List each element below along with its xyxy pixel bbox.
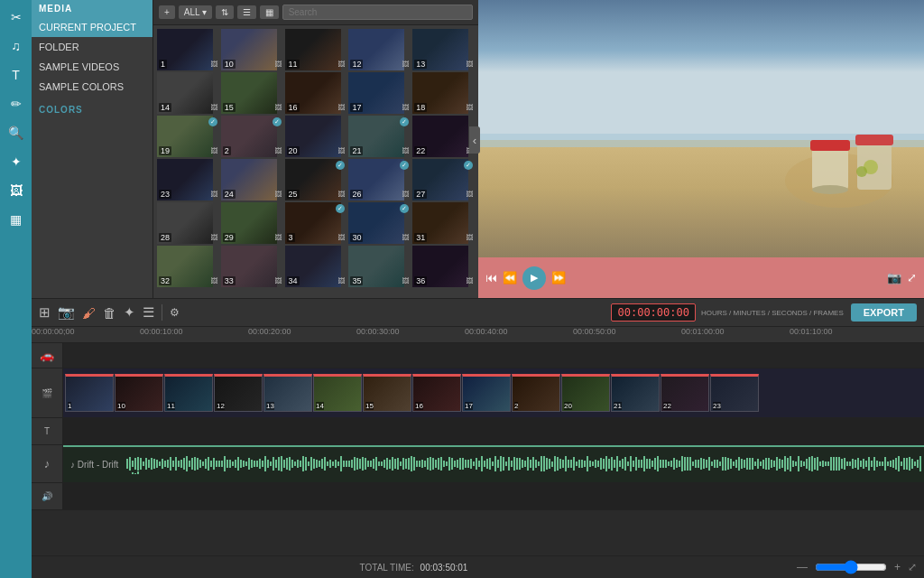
- prev-forward-button[interactable]: ⏩: [551, 271, 566, 284]
- thumbnail-item[interactable]: 19 🖼: [157, 116, 219, 157]
- video-clip[interactable]: 21: [611, 374, 660, 412]
- thumb-media-icon: 🖼: [210, 104, 217, 112]
- track-content-text: [63, 418, 924, 444]
- thumbnail-item[interactable]: 14 🖼: [157, 72, 219, 114]
- collapse-panel-button[interactable]: ‹: [469, 126, 480, 154]
- prev-back-button[interactable]: ⏪: [503, 271, 517, 284]
- color-button[interactable]: 🖌: [82, 305, 96, 321]
- add-media-button[interactable]: +: [159, 5, 175, 19]
- delete-button[interactable]: 🗑: [103, 305, 116, 321]
- thumbnail-item[interactable]: 21 🖼: [348, 116, 411, 157]
- thumbnail-item[interactable]: 13 🖼: [412, 29, 475, 70]
- fit-button[interactable]: ⤢: [908, 561, 917, 573]
- thumbnail-item[interactable]: 31 🖼: [412, 202, 475, 244]
- waveform-bar: [389, 460, 391, 469]
- waveform-bar: [833, 457, 835, 471]
- thumb-number: 16: [287, 103, 300, 112]
- zoom-out-button[interactable]: —: [797, 561, 808, 573]
- zoom-in-button[interactable]: +: [894, 561, 901, 573]
- media-item-sample-videos[interactable]: SAMPLE VIDEOS: [32, 57, 152, 77]
- thumbnail-item[interactable]: 26 🖼: [348, 159, 411, 200]
- zoom-slider[interactable]: [815, 560, 887, 574]
- tool-scissors[interactable]: ✂: [5, 5, 28, 29]
- waveform-bar: [706, 460, 707, 469]
- video-clip[interactable]: 13: [263, 374, 312, 412]
- waveform-bar: [175, 457, 177, 470]
- all-filter-button[interactable]: ALL ▾: [179, 5, 212, 19]
- prev-play-button[interactable]: ▶: [522, 266, 546, 290]
- waveform-bar: [754, 461, 756, 466]
- thumbnail-item[interactable]: 22 🖼: [412, 116, 475, 157]
- video-clip[interactable]: 10: [115, 374, 163, 412]
- thumbnail-item[interactable]: 12 🖼: [348, 29, 411, 70]
- thumb-media-icon: 🖼: [274, 61, 282, 69]
- thumbnail-item[interactable]: 34 🖼: [285, 246, 347, 287]
- video-clip[interactable]: 1: [65, 374, 114, 412]
- thumbnail-item[interactable]: 20 🖼: [285, 116, 347, 157]
- thumb-media-icon: 🖼: [402, 104, 409, 112]
- video-clip[interactable]: 22: [661, 374, 709, 412]
- thumbnail-item[interactable]: 29 🖼: [221, 202, 283, 244]
- fullscreen-button[interactable]: ⤢: [907, 271, 917, 284]
- tool-text[interactable]: T: [5, 63, 28, 87]
- search-input[interactable]: [282, 5, 473, 20]
- sort-button[interactable]: ⇅: [216, 5, 234, 19]
- thumbnail-item[interactable]: 23 🖼: [157, 159, 219, 200]
- thumbnail-item[interactable]: 10 🖼: [221, 29, 283, 70]
- thumb-number: 2: [223, 146, 231, 155]
- video-clip[interactable]: 15: [363, 374, 411, 412]
- waveform-bar: [313, 459, 315, 469]
- waveform-bar: [465, 460, 467, 467]
- video-clip[interactable]: 23: [710, 374, 759, 412]
- thumbnail-item[interactable]: 3 🖼: [285, 202, 347, 244]
- video-clip[interactable]: 2: [512, 374, 560, 412]
- thumbnail-item[interactable]: 27 🖼: [412, 159, 475, 200]
- thumbnail-item[interactable]: 35 🖼: [348, 246, 411, 287]
- thumbnail-item[interactable]: 18 🖼: [412, 72, 475, 114]
- tool-music[interactable]: ♫: [5, 34, 28, 58]
- grid-view-button[interactable]: ▦: [260, 5, 279, 19]
- prev-skip-button[interactable]: ⏮: [485, 271, 497, 284]
- tool-image[interactable]: 🖼: [5, 179, 28, 202]
- waveform-bar: [297, 460, 299, 469]
- waveform-bar: [587, 456, 588, 471]
- thumbnail-item[interactable]: 25 🖼: [285, 159, 347, 200]
- settings-button[interactable]: ⚙: [170, 306, 180, 319]
- thumbnail-item[interactable]: 30 🖼: [348, 202, 411, 244]
- list-view-button[interactable]: ☰: [237, 5, 256, 19]
- tool-search[interactable]: 🔍: [5, 121, 28, 144]
- tool-effects[interactable]: ✦: [5, 150, 28, 173]
- media-item-current-project[interactable]: CURRENT PROJECT: [32, 17, 152, 37]
- thumbnail-item[interactable]: 16 🖼: [285, 72, 347, 114]
- thumbnail-item[interactable]: 28 🖼: [157, 202, 219, 244]
- camera-track-button[interactable]: 📷: [58, 304, 75, 321]
- video-clip[interactable]: 17: [462, 374, 511, 412]
- thumbnail-item[interactable]: 32 🖼: [157, 246, 219, 287]
- media-item-folder[interactable]: FOLDER: [32, 37, 152, 57]
- video-clip[interactable]: 12: [214, 374, 263, 412]
- thumbnail-item[interactable]: 17 🖼: [348, 72, 411, 114]
- video-clip[interactable]: 20: [561, 374, 610, 412]
- video-clip[interactable]: 14: [313, 374, 362, 412]
- waveform-bar: [383, 460, 385, 467]
- thumbnail-item[interactable]: 1 🖼: [157, 29, 219, 70]
- list-button[interactable]: ☰: [143, 304, 154, 321]
- camera-button[interactable]: 📷: [887, 271, 901, 284]
- thumbnail-item[interactable]: 36 🖼: [412, 246, 475, 287]
- waveform-bar: [505, 461, 507, 467]
- media-item-sample-colors[interactable]: SAMPLE COLORS: [32, 77, 152, 97]
- add-track-button[interactable]: ⊞: [39, 304, 51, 321]
- clip-number: 22: [663, 402, 671, 410]
- effects-button[interactable]: ✦: [124, 304, 135, 321]
- thumbnail-item[interactable]: 33 🖼: [221, 246, 283, 287]
- export-button[interactable]: EXPORT: [851, 303, 917, 322]
- thumbnail-item[interactable]: 2 🖼: [221, 116, 283, 157]
- thumbnail-item[interactable]: 15 🖼: [221, 72, 283, 114]
- waveform-bar: [394, 459, 396, 469]
- thumbnail-item[interactable]: 24 🖼: [221, 159, 283, 200]
- thumbnail-item[interactable]: 11 🖼: [285, 29, 347, 70]
- video-clip[interactable]: 11: [164, 374, 213, 412]
- video-clip[interactable]: 16: [412, 374, 461, 412]
- tool-grid[interactable]: ▦: [5, 208, 28, 231]
- tool-edit[interactable]: ✏: [5, 92, 28, 116]
